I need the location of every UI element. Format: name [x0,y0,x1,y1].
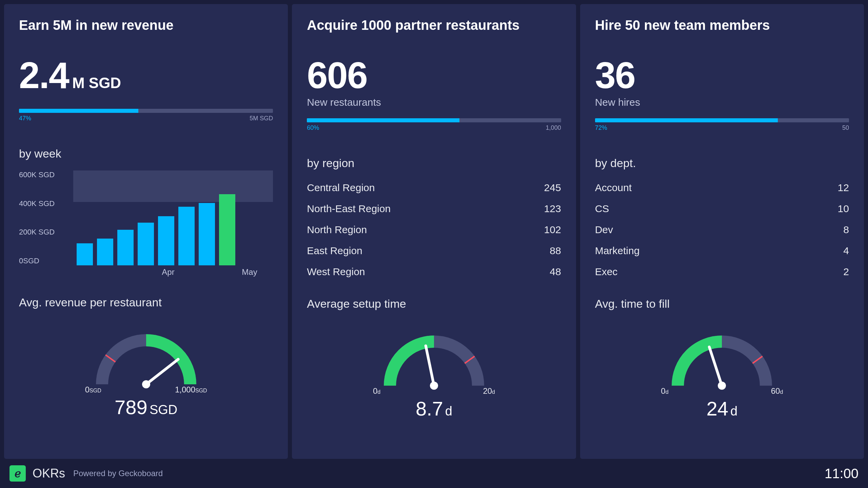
kpi-value: 2.4 [19,57,69,94]
dept-list: Account12CS10Dev8Marketing4Exec2 [595,177,849,282]
kpi-sublabel: New hires [595,97,849,108]
bar [178,207,195,265]
section-title: by dept. [595,157,849,170]
section-title: Avg. revenue per restaurant [19,296,273,309]
kpi-value: 36 [595,57,635,94]
card-restaurants: Acquire 1000 partner restaurants 606 New… [292,4,576,459]
list-item: West Region48 [307,261,561,282]
list-item: East Region88 [307,240,561,261]
powered-by: Powered by Geckoboard [73,469,163,478]
progress-bar: 60% 1,000 [307,118,561,131]
list-item: Dev8 [595,219,849,240]
bar [158,216,174,265]
section-title: by week [19,147,273,160]
gauge-time-to-fill: 0d 60d 24d [595,325,849,420]
progress-target: 1,000 [546,124,561,131]
kpi-value: 606 [307,57,367,94]
progress-target: 50 [842,124,849,131]
region-list: Central Region245North-East Region123Nor… [307,177,561,282]
progress-pct: 47% [19,115,31,122]
dashboard-grid: Earn 5M in new revenue 2.4 M SGD 47% 5M … [0,0,868,459]
section-title: Avg. time to fill [595,297,849,310]
list-item: North-East Region123 [307,198,561,219]
progress-bar: 47% 5M SGD [19,109,273,122]
gauge-revenue-per-restaurant: 0SGD 1,000SGD 789SGD [19,323,273,419]
progress-target: 5M SGD [250,115,273,122]
bar [199,203,215,265]
list-item: Account12 [595,177,849,198]
list-item: CS10 [595,198,849,219]
bar [138,223,154,265]
revenue-bar-chart: 600K SGD400K SGD200K SGD0SGD AprMay [19,170,273,276]
card-title: Hire 50 new team members [595,18,849,33]
bar [117,230,134,265]
list-item: North Region102 [307,219,561,240]
section-title: by region [307,157,561,170]
bar [77,243,93,265]
progress-pct: 72% [595,124,607,131]
geckoboard-logo-icon: ℯ [9,465,26,482]
kpi-metric: 606 [307,57,561,94]
progress-pct: 60% [307,124,319,131]
list-item: Central Region245 [307,177,561,198]
clock: 11:00 [825,466,859,481]
bar [97,239,113,265]
bar [219,194,235,265]
list-item: Marketing4 [595,240,849,261]
dashboard-title: OKRs [33,466,65,481]
kpi-metric: 36 [595,57,849,94]
section-title: Average setup time [307,297,561,310]
card-hires: Hire 50 new team members 36 New hires 72… [580,4,864,459]
svg-line-4 [426,346,434,386]
progress-bar: 72% 50 [595,118,849,131]
card-title: Acquire 1000 partner restaurants [307,18,561,33]
svg-line-7 [709,347,722,386]
kpi-sublabel: New restaurants [307,97,561,108]
card-revenue: Earn 5M in new revenue 2.4 M SGD 47% 5M … [4,4,288,459]
kpi-unit: M SGD [72,75,121,92]
footer-bar: ℯ OKRs Powered by Geckoboard 11:00 [0,459,868,488]
list-item: Exec2 [595,261,849,282]
gauge-setup-time: 0d 20d 8.7d [307,325,561,420]
kpi-metric: 2.4 M SGD [19,57,273,94]
card-title: Earn 5M in new revenue [19,18,273,33]
svg-line-1 [146,359,178,384]
